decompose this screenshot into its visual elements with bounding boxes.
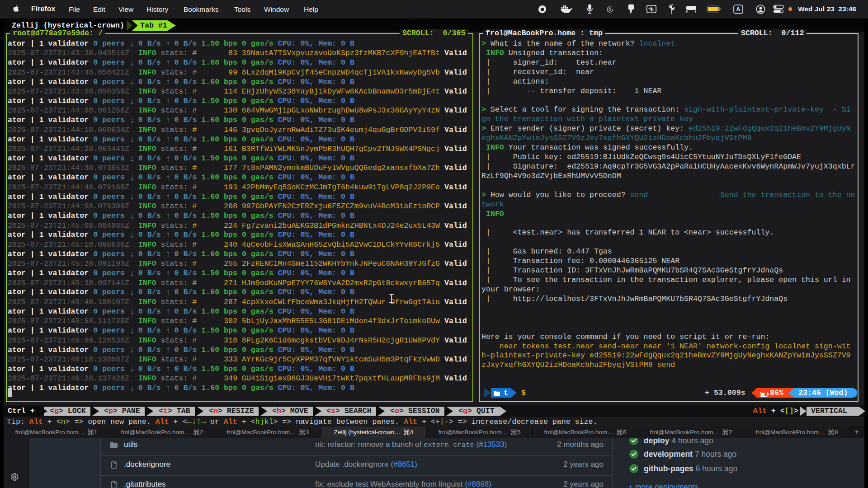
svg-text:A: A [736, 6, 741, 13]
